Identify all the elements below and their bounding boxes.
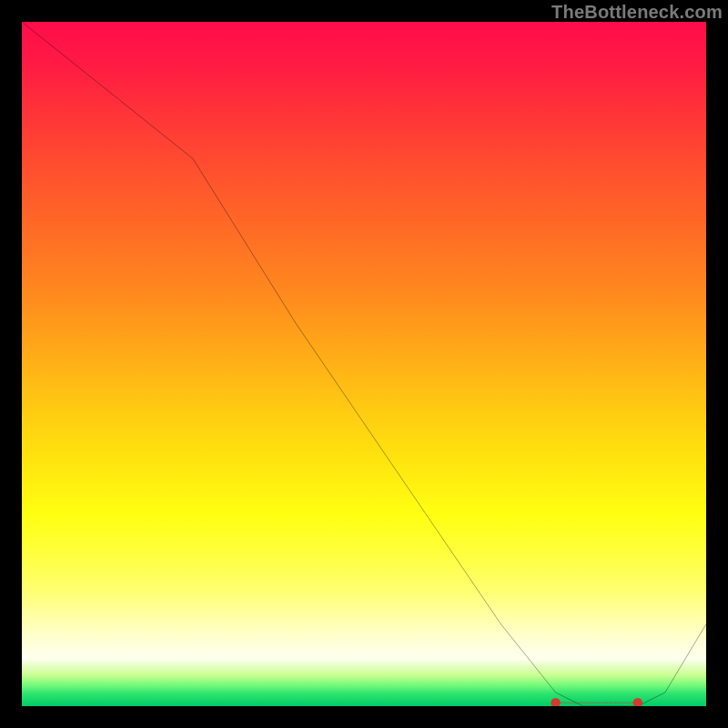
watermark-text: TheBottleneck.com bbox=[551, 2, 723, 23]
bottleneck-curve bbox=[22, 22, 706, 706]
baseline-marker-dot-right bbox=[633, 698, 643, 706]
plot-area bbox=[22, 22, 706, 706]
chart-frame: TheBottleneck.com bbox=[0, 0, 728, 728]
chart-svg bbox=[22, 22, 706, 706]
baseline-marker-dot-left bbox=[551, 698, 561, 706]
